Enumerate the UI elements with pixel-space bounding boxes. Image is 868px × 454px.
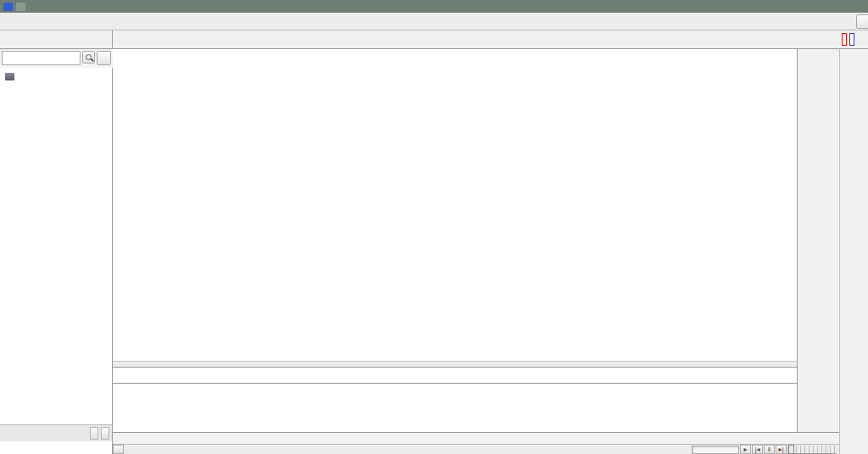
zoom-slider-knob[interactable] bbox=[788, 445, 794, 454]
window-badge[interactable] bbox=[3, 3, 13, 11]
price-pane-divider bbox=[113, 361, 797, 367]
search-input[interactable] bbox=[2, 51, 81, 65]
macd-pane bbox=[113, 383, 797, 432]
collapse-icon[interactable] bbox=[97, 51, 111, 65]
time-axis bbox=[113, 432, 868, 444]
play-button[interactable]: ▸ bbox=[740, 445, 751, 454]
pause-button[interactable]: ‖ bbox=[764, 445, 775, 454]
volume-pane bbox=[113, 367, 797, 383]
help-icon[interactable] bbox=[16, 3, 25, 11]
view-tabs bbox=[0, 30, 113, 49]
sidebar-search-row bbox=[0, 49, 113, 68]
sidebar-bottom-bar bbox=[0, 424, 112, 441]
drawing-toolbar bbox=[839, 49, 868, 454]
scroll-thumb[interactable] bbox=[692, 446, 739, 454]
type-header bbox=[0, 69, 113, 83]
tree-root[interactable] bbox=[0, 85, 113, 97]
register-button[interactable] bbox=[90, 427, 98, 440]
folder-icon bbox=[5, 73, 14, 80]
price-axis-column[interactable] bbox=[797, 49, 839, 432]
toolbar-overflow-button[interactable] bbox=[856, 14, 868, 29]
price-chart-canvas[interactable] bbox=[113, 49, 797, 367]
main-toolbar bbox=[0, 13, 868, 30]
first-bar-button[interactable]: |◂ bbox=[752, 445, 763, 454]
macd-chart-canvas[interactable] bbox=[113, 384, 797, 433]
search-icon[interactable] bbox=[82, 51, 95, 64]
delete-button[interactable] bbox=[101, 427, 109, 440]
zoom-slider[interactable] bbox=[787, 446, 837, 454]
buy-button[interactable] bbox=[842, 33, 847, 46]
sidebar bbox=[0, 49, 113, 454]
chart-scrollbar-row: ▸ |◂ ‖ ▸| bbox=[113, 444, 868, 454]
last-bar-button[interactable]: ▸| bbox=[776, 445, 787, 454]
sell-button[interactable] bbox=[849, 33, 854, 46]
price-pane bbox=[113, 49, 797, 367]
quote-row bbox=[0, 30, 868, 49]
window-titlebar bbox=[0, 0, 868, 13]
scroll-left-button[interactable] bbox=[113, 445, 124, 454]
